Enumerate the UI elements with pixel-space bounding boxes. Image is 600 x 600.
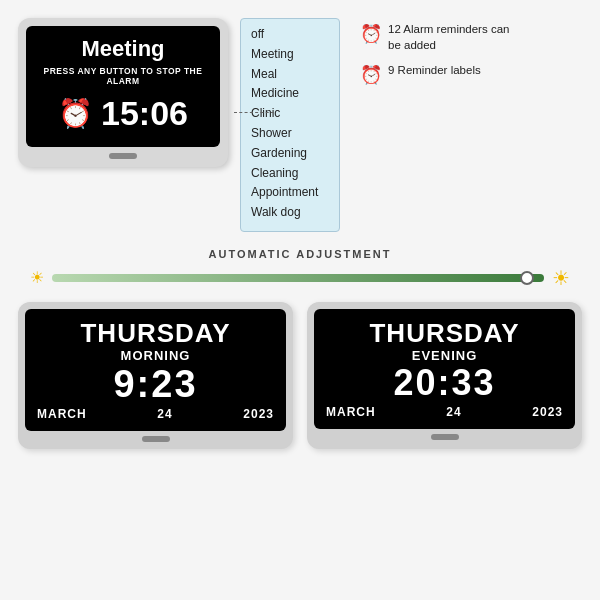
brightness-thumb[interactable] bbox=[520, 271, 534, 285]
clock-button-row bbox=[26, 153, 220, 159]
sun-small-icon: ☀ bbox=[30, 268, 44, 287]
morning-date: 24 bbox=[157, 407, 172, 421]
morning-period: MORNING bbox=[33, 348, 278, 363]
clock-time-row: ⏰ 15:06 bbox=[38, 94, 208, 133]
features-list: ⏰ 12 Alarm reminders can be added ⏰ 9 Re… bbox=[360, 22, 518, 86]
morning-day: THURSDAY bbox=[33, 319, 278, 348]
sun-large-icon: ☀ bbox=[552, 266, 570, 290]
bottom-section: THURSDAY MORNING 9:23 MARCH 24 2023 THUR… bbox=[0, 294, 600, 459]
reminder-feature-icon: ⏰ bbox=[360, 64, 382, 86]
morning-year: 2023 bbox=[243, 407, 274, 421]
auto-adjust-section: AUTOMATIC ADJUSTMENT ☀ ☀ bbox=[0, 248, 600, 290]
morning-clock-screen: THURSDAY MORNING 9:23 MARCH 24 2023 bbox=[25, 309, 286, 431]
clock-meeting-label: Meeting bbox=[38, 36, 208, 62]
dropdown-item-walkdog[interactable]: Walk dog bbox=[251, 203, 325, 223]
evening-clock-screen: THURSDAY EVENING 20:33 MARCH 24 2023 bbox=[314, 309, 575, 429]
evening-clock-device: THURSDAY EVENING 20:33 MARCH 24 2023 bbox=[307, 302, 582, 449]
dropdown-item-meal[interactable]: Meal bbox=[251, 65, 325, 85]
evening-year: 2023 bbox=[532, 405, 563, 419]
dropdown-menu[interactable]: off Meeting Meal Medicine Clinic Shower … bbox=[240, 18, 340, 232]
dropdown-item-meeting[interactable]: Meeting bbox=[251, 45, 325, 65]
dashed-connector bbox=[234, 112, 274, 113]
clock-time-display: 15:06 bbox=[101, 94, 188, 133]
alarm-feature-text: 12 Alarm reminders can be added bbox=[388, 22, 518, 53]
dropdown-item-clinic[interactable]: Clinic bbox=[251, 104, 325, 124]
clock-screen: Meeting PRESS ANY BUTTON TO STOP THE ALA… bbox=[26, 26, 220, 147]
evening-month: MARCH bbox=[326, 405, 376, 419]
brightness-bar[interactable] bbox=[52, 274, 544, 282]
morning-clock-device: THURSDAY MORNING 9:23 MARCH 24 2023 bbox=[18, 302, 293, 449]
dropdown-item-appointment[interactable]: Appointment bbox=[251, 183, 325, 203]
morning-date-row: MARCH 24 2023 bbox=[33, 407, 278, 421]
dropdown-item-shower[interactable]: Shower bbox=[251, 124, 325, 144]
morning-clock-button[interactable] bbox=[142, 436, 170, 442]
morning-btn-row bbox=[25, 436, 286, 442]
dropdown-item-gardening[interactable]: Gardening bbox=[251, 144, 325, 164]
dropdown-item-off[interactable]: off bbox=[251, 25, 325, 45]
dropdown-item-cleaning[interactable]: Cleaning bbox=[251, 164, 325, 184]
evening-date-row: MARCH 24 2023 bbox=[322, 405, 567, 419]
evening-clock-button[interactable] bbox=[431, 434, 459, 440]
evening-time: 20:33 bbox=[322, 365, 567, 401]
evening-btn-row bbox=[314, 434, 575, 440]
clock-button[interactable] bbox=[109, 153, 137, 159]
dropdown-item-medicine[interactable]: Medicine bbox=[251, 84, 325, 104]
auto-adjust-title: AUTOMATIC ADJUSTMENT bbox=[0, 248, 600, 260]
brightness-bar-row: ☀ ☀ bbox=[0, 266, 600, 290]
morning-time: 9:23 bbox=[33, 365, 278, 403]
clock-alarm-text: PRESS ANY BUTTON TO STOP THE ALARM bbox=[38, 66, 208, 86]
feature-reminders: ⏰ 9 Reminder labels bbox=[360, 63, 518, 86]
clock-icon: ⏰ bbox=[58, 97, 93, 130]
evening-day: THURSDAY bbox=[322, 319, 567, 348]
evening-period: EVENING bbox=[322, 348, 567, 363]
evening-date: 24 bbox=[446, 405, 461, 419]
alarm-feature-icon: ⏰ bbox=[360, 23, 382, 45]
feature-alarms: ⏰ 12 Alarm reminders can be added bbox=[360, 22, 518, 53]
morning-month: MARCH bbox=[37, 407, 87, 421]
top-section: Meeting PRESS ANY BUTTON TO STOP THE ALA… bbox=[0, 0, 600, 242]
alarm-clock-device: Meeting PRESS ANY BUTTON TO STOP THE ALA… bbox=[18, 18, 228, 167]
reminder-feature-text: 9 Reminder labels bbox=[388, 63, 481, 79]
